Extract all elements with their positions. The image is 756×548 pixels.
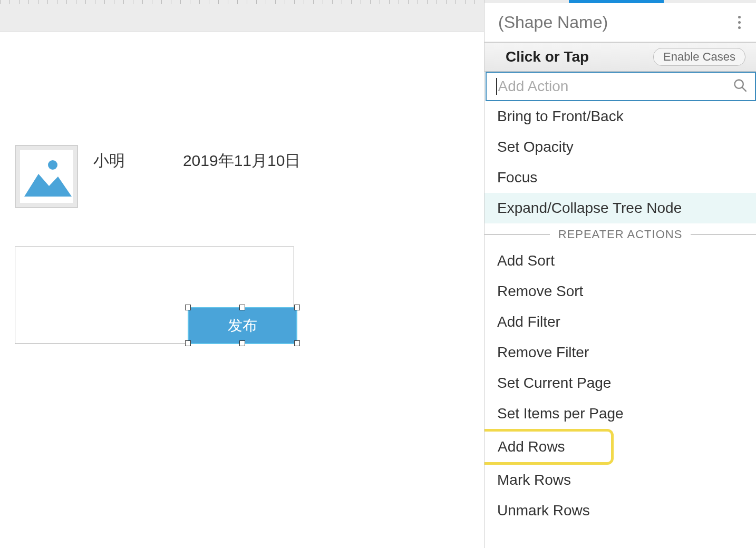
- text-cursor: [496, 78, 497, 95]
- svg-point-0: [48, 160, 57, 170]
- divider-line: [691, 234, 756, 235]
- image-icon: [20, 150, 73, 203]
- enable-cases-button[interactable]: Enable Cases: [653, 48, 745, 66]
- action-expand-collapse-tree-node[interactable]: Expand/Collapse Tree Node: [484, 193, 756, 223]
- action-unmark-rows[interactable]: Unmark Rows: [484, 495, 756, 526]
- publish-button-label: 发布: [228, 316, 257, 336]
- section-divider-repeater: REPEATER ACTIONS: [484, 223, 756, 246]
- selection-handle-s[interactable]: [239, 340, 245, 346]
- action-set-items-per-page[interactable]: Set Items per Page: [484, 398, 756, 429]
- shape-name-input[interactable]: [498, 13, 733, 32]
- publish-button[interactable]: 发布: [188, 307, 297, 344]
- action-remove-filter[interactable]: Remove Filter: [484, 337, 756, 368]
- selection-handle-se[interactable]: [294, 340, 300, 346]
- selection-handle-sw[interactable]: [185, 340, 191, 346]
- shape-name-row: [484, 3, 756, 42]
- svg-line-3: [742, 87, 747, 92]
- active-tab-indicator[interactable]: [569, 0, 664, 3]
- selection-handle-ne[interactable]: [294, 305, 300, 310]
- action-bring-to-front-back[interactable]: Bring to Front/Back: [484, 101, 756, 132]
- action-set-opacity[interactable]: Set Opacity: [484, 132, 756, 162]
- action-add-sort[interactable]: Add Sort: [484, 246, 756, 276]
- action-focus[interactable]: Focus: [484, 162, 756, 193]
- svg-marker-1: [24, 174, 72, 197]
- action-mark-rows[interactable]: Mark Rows: [484, 465, 756, 495]
- canvas-area[interactable]: 小明 2019年11月10日 发布: [0, 32, 484, 548]
- event-header: Click or Tap Enable Cases: [484, 42, 756, 72]
- widget-card: 小明 2019年11月10日: [15, 145, 301, 208]
- interactions-panel: Click or Tap Enable Cases Bring to Front…: [484, 0, 756, 548]
- action-remove-sort[interactable]: Remove Sort: [484, 276, 756, 307]
- svg-point-2: [735, 80, 743, 89]
- action-add-rows[interactable]: Add Rows: [484, 429, 614, 465]
- action-set-current-page[interactable]: Set Current Page: [484, 368, 756, 398]
- action-search-input[interactable]: [498, 78, 733, 95]
- section-label: REPEATER ACTIONS: [550, 228, 691, 241]
- avatar-placeholder[interactable]: [15, 145, 78, 208]
- username-label[interactable]: 小明: [93, 150, 125, 172]
- selection-handle-n[interactable]: [239, 305, 245, 310]
- divider-line: [484, 234, 550, 235]
- event-title: Click or Tap: [506, 48, 589, 65]
- panel-tabs: [484, 0, 756, 3]
- selection-handle-nw[interactable]: [185, 305, 191, 310]
- action-list: Bring to Front/Back Set Opacity Focus Ex…: [484, 101, 756, 526]
- search-icon[interactable]: [733, 78, 748, 95]
- action-add-filter[interactable]: Add Filter: [484, 307, 756, 337]
- date-label[interactable]: 2019年11月10日: [183, 150, 301, 172]
- action-search-row: [486, 72, 756, 101]
- more-options-icon[interactable]: [733, 16, 745, 29]
